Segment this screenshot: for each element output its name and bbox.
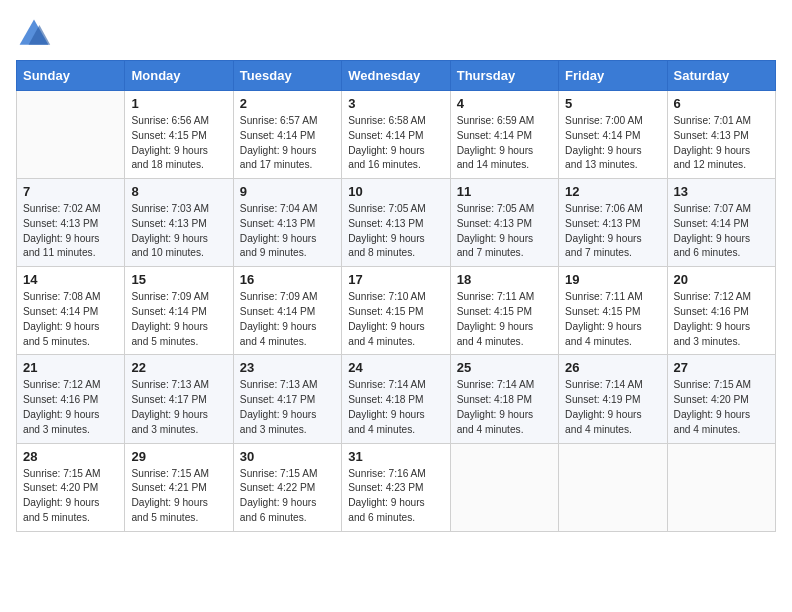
day-info: Sunrise: 7:16 AMSunset: 4:23 PMDaylight:… [348, 467, 443, 526]
day-number: 2 [240, 96, 335, 111]
day-info: Sunrise: 6:57 AMSunset: 4:14 PMDaylight:… [240, 114, 335, 173]
day-number: 31 [348, 449, 443, 464]
day-number: 26 [565, 360, 660, 375]
day-info: Sunrise: 7:15 AMSunset: 4:20 PMDaylight:… [674, 378, 769, 437]
calendar-cell [559, 443, 667, 531]
day-number: 17 [348, 272, 443, 287]
calendar-cell: 12Sunrise: 7:06 AMSunset: 4:13 PMDayligh… [559, 179, 667, 267]
calendar-cell: 14Sunrise: 7:08 AMSunset: 4:14 PMDayligh… [17, 267, 125, 355]
logo-icon [16, 16, 52, 52]
calendar-cell: 8Sunrise: 7:03 AMSunset: 4:13 PMDaylight… [125, 179, 233, 267]
day-number: 11 [457, 184, 552, 199]
day-info: Sunrise: 6:59 AMSunset: 4:14 PMDaylight:… [457, 114, 552, 173]
day-number: 10 [348, 184, 443, 199]
calendar-cell [667, 443, 775, 531]
day-info: Sunrise: 7:08 AMSunset: 4:14 PMDaylight:… [23, 290, 118, 349]
day-info: Sunrise: 7:14 AMSunset: 4:19 PMDaylight:… [565, 378, 660, 437]
day-number: 5 [565, 96, 660, 111]
day-number: 23 [240, 360, 335, 375]
calendar-cell: 3Sunrise: 6:58 AMSunset: 4:14 PMDaylight… [342, 91, 450, 179]
day-number: 20 [674, 272, 769, 287]
day-info: Sunrise: 7:10 AMSunset: 4:15 PMDaylight:… [348, 290, 443, 349]
calendar-cell [17, 91, 125, 179]
calendar-cell: 30Sunrise: 7:15 AMSunset: 4:22 PMDayligh… [233, 443, 341, 531]
calendar-cell: 4Sunrise: 6:59 AMSunset: 4:14 PMDaylight… [450, 91, 558, 179]
calendar-cell: 21Sunrise: 7:12 AMSunset: 4:16 PMDayligh… [17, 355, 125, 443]
day-number: 18 [457, 272, 552, 287]
day-info: Sunrise: 7:12 AMSunset: 4:16 PMDaylight:… [674, 290, 769, 349]
calendar-cell: 10Sunrise: 7:05 AMSunset: 4:13 PMDayligh… [342, 179, 450, 267]
day-info: Sunrise: 7:03 AMSunset: 4:13 PMDaylight:… [131, 202, 226, 261]
day-number: 24 [348, 360, 443, 375]
calendar-header-wednesday: Wednesday [342, 61, 450, 91]
calendar-cell [450, 443, 558, 531]
day-info: Sunrise: 7:15 AMSunset: 4:21 PMDaylight:… [131, 467, 226, 526]
day-info: Sunrise: 7:13 AMSunset: 4:17 PMDaylight:… [131, 378, 226, 437]
day-info: Sunrise: 7:14 AMSunset: 4:18 PMDaylight:… [457, 378, 552, 437]
day-info: Sunrise: 7:12 AMSunset: 4:16 PMDaylight:… [23, 378, 118, 437]
day-number: 16 [240, 272, 335, 287]
calendar-header-saturday: Saturday [667, 61, 775, 91]
calendar-cell: 24Sunrise: 7:14 AMSunset: 4:18 PMDayligh… [342, 355, 450, 443]
day-number: 25 [457, 360, 552, 375]
day-number: 15 [131, 272, 226, 287]
day-info: Sunrise: 6:56 AMSunset: 4:15 PMDaylight:… [131, 114, 226, 173]
day-info: Sunrise: 7:15 AMSunset: 4:22 PMDaylight:… [240, 467, 335, 526]
calendar-header-sunday: Sunday [17, 61, 125, 91]
day-info: Sunrise: 7:11 AMSunset: 4:15 PMDaylight:… [457, 290, 552, 349]
day-info: Sunrise: 7:05 AMSunset: 4:13 PMDaylight:… [348, 202, 443, 261]
day-info: Sunrise: 7:14 AMSunset: 4:18 PMDaylight:… [348, 378, 443, 437]
day-number: 9 [240, 184, 335, 199]
day-number: 6 [674, 96, 769, 111]
calendar-week-row: 7Sunrise: 7:02 AMSunset: 4:13 PMDaylight… [17, 179, 776, 267]
calendar-cell: 13Sunrise: 7:07 AMSunset: 4:14 PMDayligh… [667, 179, 775, 267]
day-info: Sunrise: 7:09 AMSunset: 4:14 PMDaylight:… [131, 290, 226, 349]
calendar-header-thursday: Thursday [450, 61, 558, 91]
calendar-header-monday: Monday [125, 61, 233, 91]
calendar-cell: 23Sunrise: 7:13 AMSunset: 4:17 PMDayligh… [233, 355, 341, 443]
day-number: 28 [23, 449, 118, 464]
calendar-header-tuesday: Tuesday [233, 61, 341, 91]
day-number: 30 [240, 449, 335, 464]
calendar: SundayMondayTuesdayWednesdayThursdayFrid… [16, 60, 776, 532]
calendar-header-friday: Friday [559, 61, 667, 91]
day-info: Sunrise: 7:04 AMSunset: 4:13 PMDaylight:… [240, 202, 335, 261]
calendar-week-row: 14Sunrise: 7:08 AMSunset: 4:14 PMDayligh… [17, 267, 776, 355]
calendar-cell: 31Sunrise: 7:16 AMSunset: 4:23 PMDayligh… [342, 443, 450, 531]
day-number: 14 [23, 272, 118, 287]
calendar-week-row: 28Sunrise: 7:15 AMSunset: 4:20 PMDayligh… [17, 443, 776, 531]
calendar-cell: 22Sunrise: 7:13 AMSunset: 4:17 PMDayligh… [125, 355, 233, 443]
day-info: Sunrise: 7:06 AMSunset: 4:13 PMDaylight:… [565, 202, 660, 261]
calendar-cell: 29Sunrise: 7:15 AMSunset: 4:21 PMDayligh… [125, 443, 233, 531]
calendar-cell: 27Sunrise: 7:15 AMSunset: 4:20 PMDayligh… [667, 355, 775, 443]
day-number: 21 [23, 360, 118, 375]
day-info: Sunrise: 7:07 AMSunset: 4:14 PMDaylight:… [674, 202, 769, 261]
calendar-cell: 18Sunrise: 7:11 AMSunset: 4:15 PMDayligh… [450, 267, 558, 355]
calendar-cell: 20Sunrise: 7:12 AMSunset: 4:16 PMDayligh… [667, 267, 775, 355]
day-number: 12 [565, 184, 660, 199]
day-number: 27 [674, 360, 769, 375]
calendar-cell: 6Sunrise: 7:01 AMSunset: 4:13 PMDaylight… [667, 91, 775, 179]
calendar-header-row: SundayMondayTuesdayWednesdayThursdayFrid… [17, 61, 776, 91]
calendar-cell: 2Sunrise: 6:57 AMSunset: 4:14 PMDaylight… [233, 91, 341, 179]
calendar-week-row: 1Sunrise: 6:56 AMSunset: 4:15 PMDaylight… [17, 91, 776, 179]
day-number: 19 [565, 272, 660, 287]
calendar-cell: 25Sunrise: 7:14 AMSunset: 4:18 PMDayligh… [450, 355, 558, 443]
day-info: Sunrise: 7:00 AMSunset: 4:14 PMDaylight:… [565, 114, 660, 173]
calendar-week-row: 21Sunrise: 7:12 AMSunset: 4:16 PMDayligh… [17, 355, 776, 443]
calendar-cell: 26Sunrise: 7:14 AMSunset: 4:19 PMDayligh… [559, 355, 667, 443]
day-info: Sunrise: 7:15 AMSunset: 4:20 PMDaylight:… [23, 467, 118, 526]
day-info: Sunrise: 6:58 AMSunset: 4:14 PMDaylight:… [348, 114, 443, 173]
calendar-cell: 16Sunrise: 7:09 AMSunset: 4:14 PMDayligh… [233, 267, 341, 355]
calendar-cell: 28Sunrise: 7:15 AMSunset: 4:20 PMDayligh… [17, 443, 125, 531]
day-number: 22 [131, 360, 226, 375]
day-info: Sunrise: 7:09 AMSunset: 4:14 PMDaylight:… [240, 290, 335, 349]
day-info: Sunrise: 7:05 AMSunset: 4:13 PMDaylight:… [457, 202, 552, 261]
day-number: 4 [457, 96, 552, 111]
day-number: 3 [348, 96, 443, 111]
calendar-cell: 17Sunrise: 7:10 AMSunset: 4:15 PMDayligh… [342, 267, 450, 355]
calendar-cell: 5Sunrise: 7:00 AMSunset: 4:14 PMDaylight… [559, 91, 667, 179]
calendar-cell: 9Sunrise: 7:04 AMSunset: 4:13 PMDaylight… [233, 179, 341, 267]
calendar-cell: 1Sunrise: 6:56 AMSunset: 4:15 PMDaylight… [125, 91, 233, 179]
calendar-cell: 19Sunrise: 7:11 AMSunset: 4:15 PMDayligh… [559, 267, 667, 355]
